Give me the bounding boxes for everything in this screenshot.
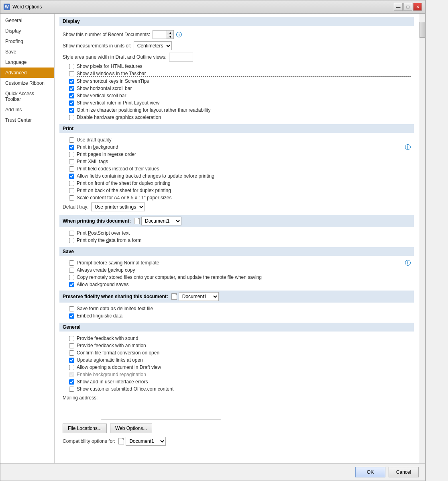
mailing-address-label: Mailing address: <box>63 394 98 401</box>
confirm-file-format-checkbox[interactable] <box>69 350 74 356</box>
show-vert-scroll-label: Show vertical scroll bar <box>77 93 411 98</box>
sidebar-item-save[interactable]: Save <box>0 47 54 57</box>
enable-repagination-checkbox[interactable] <box>69 372 74 377</box>
show-customer-checkbox[interactable] <box>69 387 74 392</box>
recent-docs-spin[interactable]: 0 ▲ ▼ <box>153 30 174 39</box>
feedback-animation-label: Provide feedback with animation <box>77 343 411 348</box>
print-reverse-checkbox[interactable] <box>69 152 74 157</box>
spin-down[interactable]: ▼ <box>167 35 173 39</box>
sidebar-item-advanced[interactable]: Advanced <box>0 68 54 78</box>
print-postscript-checkbox[interactable] <box>69 231 74 236</box>
sidebar-item-trust-center[interactable]: Trust Center <box>0 115 54 125</box>
print-background-label: Print in background <box>77 144 403 150</box>
allow-opening-draft-row: Allow opening a document in Draft view <box>59 364 414 371</box>
minimize-button[interactable]: — <box>394 3 403 11</box>
when-printing-select[interactable]: Document1 <box>141 217 181 225</box>
spin-up[interactable]: ▲ <box>167 31 173 35</box>
show-shortcut-keys-row: Show shortcut keys in ScreenTips <box>59 78 414 85</box>
show-addin-errors-checkbox[interactable] <box>69 379 74 385</box>
embed-linguistic-checkbox[interactable] <box>69 313 74 319</box>
preserve-fidelity-select[interactable]: Document1 <box>179 292 219 301</box>
sidebar-item-general[interactable]: General <box>0 15 54 26</box>
default-tray-select[interactable]: Use printer settings <box>91 203 145 211</box>
always-backup-checkbox[interactable] <box>69 268 74 273</box>
feedback-animation-checkbox[interactable] <box>69 343 74 348</box>
show-horiz-scroll-checkbox[interactable] <box>69 86 74 91</box>
compat-options-select[interactable]: Document1 <box>126 437 166 446</box>
recent-docs-row: Show this number of Recent Documents: 0 … <box>59 29 414 40</box>
optimize-char-label: Optimize character positioning for layou… <box>77 107 411 113</box>
close-button[interactable]: ✕ <box>413 3 422 11</box>
print-only-data-checkbox[interactable] <box>69 238 74 243</box>
recent-docs-input[interactable]: 0 <box>153 30 167 39</box>
print-back-duplex-checkbox[interactable] <box>69 188 74 193</box>
sidebar-item-proofing[interactable]: Proofing <box>0 36 54 47</box>
measurements-select[interactable]: Centimeters Inches Millimeters Points Pi… <box>134 41 172 50</box>
file-locations-button[interactable]: File Locations... <box>63 424 107 433</box>
measurements-row: Show measurements in units of: Centimete… <box>59 40 414 51</box>
main-content: Display Show this number of Recent Docum… <box>55 14 419 463</box>
show-all-windows-checkbox[interactable] <box>69 71 74 76</box>
optimize-char-checkbox[interactable] <box>69 108 74 113</box>
show-vert-ruler-checkbox[interactable] <box>69 100 74 106</box>
show-shortcut-keys-checkbox[interactable] <box>69 79 74 84</box>
default-tray-row: Default tray: Use printer settings <box>59 201 414 213</box>
sidebar-item-quick-access[interactable]: Quick Access Toolbar <box>0 88 54 104</box>
show-customer-label: Show customer submitted Office.com conte… <box>77 386 411 392</box>
info-icon-prompt[interactable]: i <box>405 260 411 266</box>
print-field-codes-checkbox[interactable] <box>69 166 74 172</box>
action-buttons-row: File Locations... Web Options... <box>59 421 414 436</box>
show-pixels-checkbox[interactable] <box>69 64 74 69</box>
cancel-button[interactable]: Cancel <box>389 467 419 477</box>
print-xml-checkbox[interactable] <box>69 159 74 164</box>
show-all-windows-row: Show all windows in the Taskbar <box>59 70 414 78</box>
use-draft-checkbox[interactable] <box>69 137 74 143</box>
maximize-button[interactable]: □ <box>403 3 412 11</box>
optimize-char-row: Optimize character positioning for layou… <box>59 106 414 114</box>
update-auto-links-checkbox[interactable] <box>69 358 74 363</box>
info-icon-print-bg[interactable]: i <box>405 144 411 150</box>
copy-remotely-checkbox[interactable] <box>69 275 74 280</box>
scrollbar-thumb[interactable] <box>419 22 425 38</box>
copy-remotely-label: Copy remotely stored files onto your com… <box>77 274 411 280</box>
print-front-duplex-label: Print on front of the sheet for duplex p… <box>77 180 411 186</box>
allow-background-saves-checkbox[interactable] <box>69 282 74 287</box>
show-vert-ruler-row: Show vertical ruler in Print Layout view <box>59 99 414 106</box>
print-reverse-row: Print pages in reverse order <box>59 151 414 158</box>
style-area-label: Style area pane width in Draft and Outli… <box>63 54 167 60</box>
allow-fields-checkbox[interactable] <box>69 174 74 179</box>
scale-content-checkbox[interactable] <box>69 195 74 201</box>
print-only-data-row: Print only the data from a form <box>59 237 414 244</box>
show-addin-errors-row: Show add-in user interface errors <box>59 378 414 385</box>
print-front-duplex-checkbox[interactable] <box>69 181 74 186</box>
sidebar-item-language[interactable]: Language <box>0 57 54 68</box>
mailing-address-input[interactable] <box>101 394 221 420</box>
update-auto-links-label: Update automatic links at open <box>77 357 411 363</box>
feedback-sound-checkbox[interactable] <box>69 336 74 341</box>
sidebar-item-customize-ribbon[interactable]: Customize Ribbon <box>0 78 54 88</box>
feedback-sound-label: Provide feedback with sound <box>77 336 411 341</box>
style-area-input[interactable]: 0 cm <box>169 53 193 61</box>
save-form-data-row: Save form data as delimited text file <box>59 305 414 312</box>
save-form-data-checkbox[interactable] <box>69 306 74 311</box>
show-horiz-scroll-row: Show horizontal scroll bar <box>59 85 414 92</box>
info-icon-recent-docs[interactable]: i <box>176 32 182 37</box>
print-xml-label: Print XML tags <box>77 159 411 164</box>
prompt-before-checkbox[interactable] <box>69 260 74 266</box>
show-vert-scroll-checkbox[interactable] <box>69 93 74 98</box>
allow-opening-draft-checkbox[interactable] <box>69 365 74 370</box>
scrollbar[interactable] <box>419 14 425 463</box>
always-backup-row: Always create backup copy <box>59 266 414 274</box>
ok-button[interactable]: OK <box>355 467 385 477</box>
dialog-footer: OK Cancel <box>0 463 425 481</box>
allow-background-saves-row: Allow background saves <box>59 281 414 288</box>
show-all-windows-label: Show all windows in the Taskbar <box>77 71 411 77</box>
web-options-button[interactable]: Web Options... <box>110 424 152 433</box>
disable-hardware-checkbox[interactable] <box>69 115 74 120</box>
default-tray-label: Default tray: <box>63 204 89 210</box>
sidebar-item-display[interactable]: Display <box>0 26 54 36</box>
sidebar-item-add-ins[interactable]: Add-Ins <box>0 104 54 115</box>
when-printing-doc-icon <box>134 218 140 224</box>
print-postscript-label: Print PostScript over text <box>77 230 411 236</box>
print-background-checkbox[interactable] <box>69 145 74 150</box>
